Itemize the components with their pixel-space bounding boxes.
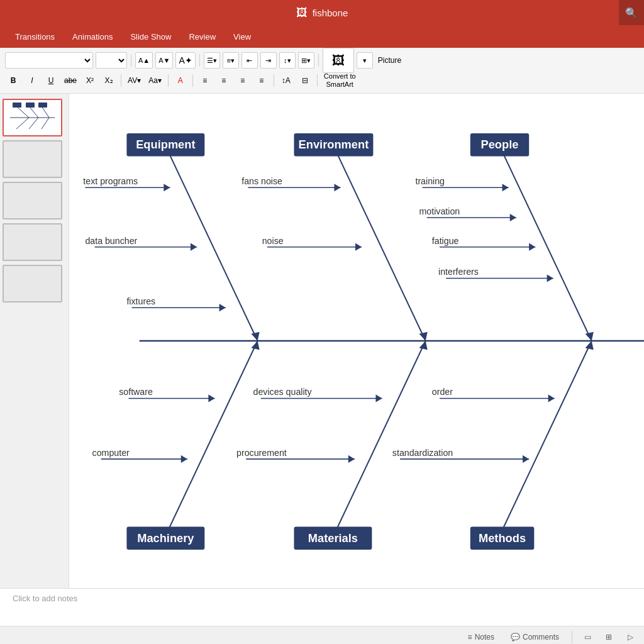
bold-button[interactable]: B [5, 72, 21, 89]
font-size-increase[interactable]: A▲ [135, 52, 153, 69]
svg-marker-40 [586, 332, 594, 341]
svg-line-39 [499, 145, 591, 341]
svg-marker-28 [419, 332, 428, 341]
svg-line-33 [333, 341, 425, 537]
char-spacing-button[interactable]: AV▾ [125, 72, 143, 89]
toolbar-separator-2 [199, 54, 200, 67]
text-case-button[interactable]: Aa▾ [146, 72, 164, 89]
svg-rect-8 [13, 103, 21, 108]
svg-marker-52 [548, 394, 555, 402]
toolbar: A▲ A▼ A✦ ☰▾ ≡▾ ⇤ ⇥ ↕▾ ⊞▾ 🖼 ▾ Picture B I… [0, 48, 644, 94]
data-buncher-label: data buncher [85, 236, 137, 246]
svg-marker-36 [375, 394, 382, 402]
svg-marker-42 [502, 184, 509, 191]
slide-sorter-button[interactable]: ⊞ [601, 630, 616, 645]
search-button[interactable]: 🔍 [619, 0, 644, 25]
subscript-button[interactable]: X₂ [101, 72, 117, 89]
svg-line-49 [499, 341, 591, 537]
materials-label: Materials [308, 531, 358, 545]
slide-preview-1 [4, 100, 61, 135]
machinery-label: Machinery [137, 531, 194, 545]
menu-item-review[interactable]: Review [180, 28, 225, 45]
bullet-list-button[interactable]: ☰▾ [204, 52, 220, 69]
slide-thumbnail-5[interactable] [3, 265, 62, 303]
menu-item-view[interactable]: View [225, 28, 260, 45]
comments-button[interactable]: 💬 Comments [506, 631, 564, 643]
fixtures-label: fixtures [126, 296, 155, 306]
svg-marker-16 [164, 184, 170, 191]
numbered-list-button[interactable]: ≡▾ [223, 52, 239, 69]
svg-marker-44 [510, 214, 516, 221]
svg-marker-30 [334, 184, 340, 191]
text-direction-button[interactable]: ↕A [278, 72, 294, 89]
slide-thumbnail-4[interactable] [3, 223, 62, 261]
fatigue-label: fatigue [432, 236, 459, 246]
svg-line-21 [165, 341, 257, 537]
slide-thumbnail-1[interactable] [3, 99, 62, 136]
svg-marker-50 [586, 341, 594, 350]
comments-label: Comments [523, 633, 559, 641]
font-family-select[interactable] [5, 52, 93, 69]
notes-label: Notes [475, 633, 494, 641]
align-left-button[interactable]: ≡ [197, 72, 213, 89]
indent-decrease-button[interactable]: ⇤ [242, 52, 258, 69]
motivation-label: motivation [419, 206, 460, 216]
toolbar-separator-8 [317, 74, 318, 87]
superscript-button[interactable]: X² [82, 72, 98, 89]
columns-button[interactable]: ⊞▾ [298, 52, 314, 69]
app-title: fishbone [313, 8, 348, 18]
svg-line-27 [333, 145, 425, 341]
svg-marker-38 [348, 455, 355, 463]
clear-format-button[interactable]: A✦ [175, 52, 195, 69]
training-label: training [415, 176, 445, 186]
menu-item-animations[interactable]: Animations [64, 28, 121, 45]
svg-marker-54 [523, 455, 529, 463]
toolbar-separator [131, 54, 131, 67]
menu-item-transitions[interactable]: Transitions [6, 28, 64, 45]
font-color-button[interactable]: A [172, 72, 189, 89]
indent-increase-button[interactable]: ⇥ [260, 52, 277, 69]
convert-smartart-button[interactable]: Convert toSmartArt [321, 72, 358, 89]
notes-area[interactable]: Click to add notes [0, 588, 644, 626]
svg-marker-14 [251, 332, 259, 341]
svg-marker-46 [529, 243, 535, 251]
font-size-decrease[interactable]: A▼ [155, 52, 173, 69]
comments-icon: 💬 [511, 633, 520, 641]
toolbar-separator-3 [318, 54, 319, 67]
people-label: People [481, 138, 519, 151]
text-programs-label: text programs [83, 176, 138, 186]
picture-insert-button[interactable]: 🖼 [323, 48, 354, 73]
slide-thumbnail-2[interactable] [3, 140, 62, 178]
procurement-label: procurement [236, 448, 287, 458]
svg-marker-22 [251, 341, 259, 350]
line-spacing-button[interactable]: ↕▾ [279, 52, 296, 69]
text-align-v-button[interactable]: ⊟ [297, 72, 313, 89]
standardization-label: standardization [392, 448, 453, 458]
svg-marker-20 [219, 304, 226, 311]
underline-button[interactable]: U [43, 72, 59, 89]
normal-view-button[interactable]: ▭ [580, 630, 595, 645]
svg-marker-18 [191, 243, 197, 251]
toolbar-separator-4 [121, 74, 121, 87]
main-area: Equipment Environment People Machinery M… [0, 94, 644, 588]
slide-thumbnail-3[interactable] [3, 182, 62, 219]
svg-marker-48 [547, 274, 553, 282]
align-center-button[interactable]: ≡ [216, 72, 232, 89]
justify-button[interactable]: ≡ [253, 72, 270, 89]
italic-button[interactable]: I [24, 72, 40, 89]
svg-marker-24 [208, 394, 214, 402]
equipment-label: Equipment [136, 138, 195, 151]
notes-placeholder: Click to add notes [13, 594, 77, 603]
font-size-select[interactable] [96, 52, 127, 69]
svg-marker-26 [181, 455, 187, 463]
reading-view-button[interactable]: ▷ [623, 630, 638, 645]
notes-button[interactable]: ≡ Notes [463, 631, 499, 643]
svg-rect-10 [38, 103, 47, 108]
title-icon: 🖼 [296, 6, 308, 19]
menu-item-slideshow[interactable]: Slide Show [121, 28, 180, 45]
title-bar: 🖼 fishbone 🔍 [0, 0, 644, 25]
align-right-button[interactable]: ≡ [235, 72, 251, 89]
slide-canvas[interactable]: Equipment Environment People Machinery M… [69, 94, 644, 588]
picture-more-button[interactable]: ▾ [357, 52, 373, 69]
strikethrough-button[interactable]: abe [62, 72, 79, 89]
